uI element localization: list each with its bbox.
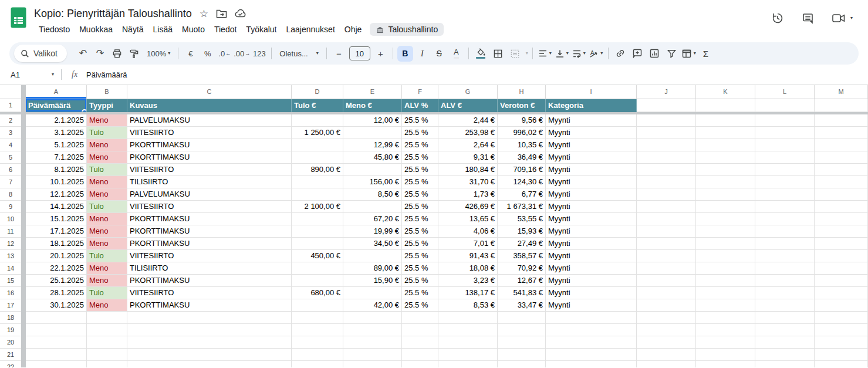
cell-M14[interactable] [815, 262, 868, 275]
cell-G1[interactable]: ALV € [438, 99, 498, 112]
cell-A19[interactable] [26, 324, 87, 336]
cell-L7[interactable] [755, 176, 815, 188]
cell-A1[interactable]: Päivämäärä [26, 99, 87, 112]
cell-A16[interactable]: 28.1.2025 [26, 287, 87, 299]
cell-I8[interactable]: Myynti [546, 188, 637, 201]
menus-search[interactable]: Valikot [14, 45, 67, 62]
vertical-freeze-bar[interactable] [21, 176, 26, 188]
menu-taloushallinto[interactable]: Taloushallinto [370, 23, 444, 36]
cell-I17[interactable]: Myynti [546, 299, 637, 312]
cell-H18[interactable] [498, 312, 546, 324]
insert-chart-button[interactable] [647, 46, 663, 62]
cell-J13[interactable] [637, 250, 696, 262]
row-header-20[interactable]: 20 [0, 336, 21, 349]
cell-L15[interactable] [755, 275, 815, 287]
cell-J3[interactable] [637, 127, 696, 139]
vertical-freeze-bar[interactable] [21, 275, 26, 287]
cell-L17[interactable] [755, 299, 815, 312]
cell-A17[interactable]: 30.1.2025 [26, 299, 87, 312]
cell-F7[interactable]: 25.5 % [402, 176, 438, 188]
row-header-12[interactable]: 12 [0, 238, 21, 250]
cell-G2[interactable]: 2,44 € [438, 114, 498, 127]
horizontal-align-button[interactable]: ▾ [537, 46, 553, 62]
cell-C20[interactable] [127, 336, 292, 349]
cell-G12[interactable]: 7,01 € [438, 238, 498, 250]
cell-I20[interactable] [546, 336, 637, 349]
cell-F17[interactable]: 25.5 % [402, 299, 438, 312]
cell-D19[interactable] [292, 324, 343, 336]
cell-B2[interactable]: Meno [87, 114, 127, 127]
row-header-19[interactable]: 19 [0, 324, 21, 336]
paint-format-button[interactable] [126, 46, 142, 62]
cell-D9[interactable]: 2 100,00 € [292, 201, 343, 213]
cell-J8[interactable] [637, 188, 696, 201]
cell-K17[interactable] [696, 299, 755, 312]
cell-E9[interactable] [343, 201, 402, 213]
cell-D1[interactable]: Tulo € [292, 99, 343, 112]
row-header-14[interactable]: 14 [0, 262, 21, 275]
vertical-freeze-bar[interactable] [21, 127, 26, 139]
cell-K9[interactable] [696, 201, 755, 213]
cell-G17[interactable]: 8,53 € [438, 299, 498, 312]
vertical-freeze-bar[interactable] [21, 312, 26, 324]
cell-H2[interactable]: 9,56 € [498, 114, 546, 127]
cell-B6[interactable]: Tulo [87, 164, 127, 176]
cell-M12[interactable] [815, 238, 868, 250]
cell-H22[interactable] [498, 361, 546, 367]
bold-button[interactable]: B [397, 46, 413, 62]
cell-D5[interactable] [292, 151, 343, 164]
col-header-F[interactable]: F [402, 85, 438, 99]
cell-D3[interactable]: 1 250,00 € [292, 127, 343, 139]
cell-K4[interactable] [696, 139, 755, 151]
cell-E19[interactable] [343, 324, 402, 336]
cell-F20[interactable] [402, 336, 438, 349]
row-header-18[interactable]: 18 [0, 312, 21, 324]
cell-B19[interactable] [87, 324, 127, 336]
cell-L13[interactable] [755, 250, 815, 262]
cell-M22[interactable] [815, 361, 868, 367]
row-header-16[interactable]: 16 [0, 287, 21, 299]
vertical-freeze-bar[interactable] [21, 262, 26, 275]
cell-B14[interactable]: Meno [87, 262, 127, 275]
cell-F14[interactable]: 25.5 % [402, 262, 438, 275]
vertical-freeze-bar[interactable] [21, 85, 26, 99]
row-header-1[interactable]: 1 [0, 99, 21, 112]
cell-I12[interactable]: Myynti [546, 238, 637, 250]
col-header-E[interactable]: E [343, 85, 402, 99]
cell-D2[interactable] [292, 114, 343, 127]
row-header-10[interactable]: 10 [0, 213, 21, 225]
strikethrough-button[interactable]: S [431, 46, 447, 62]
col-header-I[interactable]: I [546, 85, 637, 99]
vertical-align-button[interactable]: ▾ [554, 46, 570, 62]
cell-A6[interactable]: 8.1.2025 [26, 164, 87, 176]
cell-M1[interactable] [815, 99, 868, 112]
cell-J7[interactable] [637, 176, 696, 188]
cell-J20[interactable] [637, 336, 696, 349]
cell-B12[interactable]: Meno [87, 238, 127, 250]
cell-C9[interactable]: VIITESIIRTO [127, 201, 292, 213]
italic-button[interactable]: I [414, 46, 430, 62]
cell-L4[interactable] [755, 139, 815, 151]
row-header-9[interactable]: 9 [0, 201, 21, 213]
cell-H6[interactable]: 709,16 € [498, 164, 546, 176]
cell-C7[interactable]: TILISIIRTO [127, 176, 292, 188]
cell-F1[interactable]: ALV % [402, 99, 438, 112]
cell-G8[interactable]: 1,73 € [438, 188, 498, 201]
cell-I10[interactable]: Myynti [546, 213, 637, 225]
cell-M15[interactable] [815, 275, 868, 287]
cell-A9[interactable]: 14.1.2025 [26, 201, 87, 213]
cell-B4[interactable]: Meno [87, 139, 127, 151]
menu-muoto[interactable]: Muoto [177, 23, 210, 36]
cell-C16[interactable]: VIITESIIRTO [127, 287, 292, 299]
cell-A13[interactable]: 20.1.2025 [26, 250, 87, 262]
cell-A5[interactable]: 7.1.2025 [26, 151, 87, 164]
cell-H1[interactable]: Veroton € [498, 99, 546, 112]
text-color-button[interactable]: A [448, 46, 464, 62]
cell-F16[interactable]: 25.5 % [402, 287, 438, 299]
cell-M8[interactable] [815, 188, 868, 201]
cell-K16[interactable] [696, 287, 755, 299]
cell-F9[interactable]: 25.5 % [402, 201, 438, 213]
vertical-freeze-bar[interactable] [21, 99, 26, 112]
text-rotation-button[interactable]: A ▾ [588, 46, 604, 62]
cell-K1[interactable] [696, 99, 755, 112]
